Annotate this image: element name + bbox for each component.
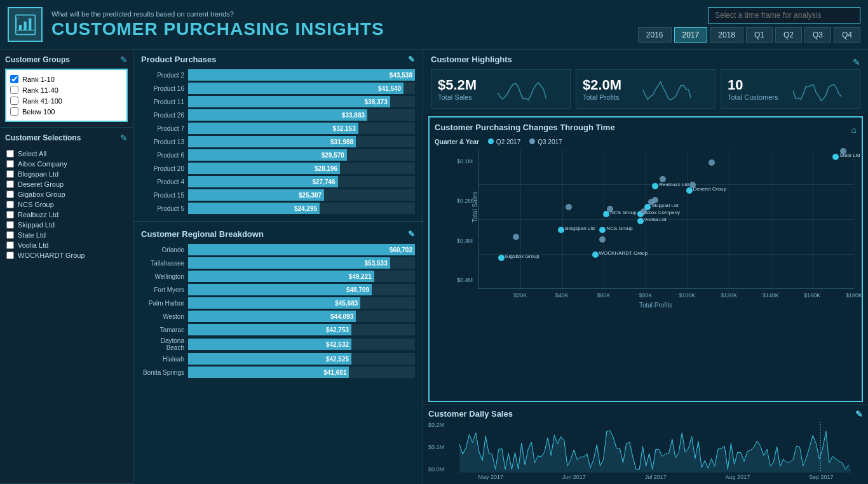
daily-icon[interactable]: ✎: [855, 409, 863, 419]
product-bar-fill: $33,883: [188, 109, 367, 121]
regional-bar-row: Wellington $49,221: [141, 271, 415, 282]
scatter-dot-q3: [641, 208, 647, 215]
product-bar-fill: $38,373: [188, 96, 390, 107]
regional-bar-label: Palm Harbor: [141, 300, 184, 307]
time-btn-q4[interactable]: Q4: [834, 27, 860, 43]
time-btn-q2[interactable]: Q2: [775, 27, 802, 43]
regional-bar-row: Orlando $60,702: [141, 244, 415, 255]
regional-bar-track: $60,702: [188, 244, 415, 255]
grid-line-v: [855, 149, 855, 288]
scatter-dot-q3: [652, 197, 658, 203]
group-item[interactable]: Rank 1-10: [10, 74, 123, 84]
customer-item[interactable]: Aibox Company: [5, 159, 128, 168]
regional-bar-track: $45,683: [188, 297, 415, 309]
x-tick: $60K: [597, 292, 610, 299]
customer-item[interactable]: Select All: [5, 149, 128, 158]
svg-rect-3: [24, 21, 26, 30]
daily-title: Customer Daily Sales ✎: [428, 409, 863, 419]
scatter-label-q2: Deseret Group: [693, 186, 726, 192]
product-bar-row: Product 2 $43,538: [141, 69, 415, 81]
product-bar-label: Product 11: [141, 98, 184, 105]
center-panel: Product Purchases ✎ Product 2 $43,538 Pr…: [133, 50, 423, 484]
daily-sales-sparkline: [428, 422, 863, 473]
daily-sales-section: Customer Daily Sales ✎ $0.2M$0.1M$0.0M M…: [423, 405, 868, 484]
scatter-label-q2: Realbuzz Ltd: [659, 182, 689, 187]
product-bar-track: $27,746: [188, 176, 415, 187]
product-bar-row: Product 5 $24,295: [141, 203, 415, 214]
group-item[interactable]: Below 100: [10, 106, 123, 117]
regional-bar-row: Fort Myers $48,709: [141, 284, 415, 295]
product-bar-label: Product 4: [141, 178, 184, 185]
customer-item[interactable]: NCS Group: [5, 200, 128, 209]
purchasing-icon[interactable]: ⌂: [851, 124, 857, 135]
product-bar-fill: $28,196: [188, 163, 340, 174]
selections-chart-icon[interactable]: ✎: [120, 133, 128, 143]
customer-selections-title: Customer Selections: [5, 133, 81, 142]
legend-item: Q2 2017: [488, 138, 520, 145]
x-tick: $140K: [763, 292, 779, 299]
regional-header: Customer Regional Breakdown ✎: [133, 224, 423, 241]
product-bar-fill: $32,153: [188, 123, 358, 134]
grid-line-v: [771, 149, 771, 288]
grid-line-v: [562, 149, 563, 288]
purchasing-title: Customer Purchasing Changes Through Time: [435, 123, 615, 132]
product-bar-track: $31,988: [188, 136, 415, 147]
groups-chart-icon[interactable]: ✎: [120, 55, 128, 65]
scatter-dot-q2: [686, 187, 693, 194]
legend-item: Q3 2017: [529, 138, 562, 145]
customer-item[interactable]: Realbuzz Ltd: [5, 210, 128, 219]
highlight-value: $5.2M: [438, 77, 477, 93]
product-bar-row: Product 13 $31,988: [141, 136, 415, 147]
x-tick: $100K: [679, 292, 695, 299]
product-bar-row: Product 16 $41,540: [141, 83, 415, 94]
group-item[interactable]: Rank 11-40: [10, 84, 123, 95]
grid-line-v: [604, 149, 604, 288]
highlight-label: Total Sales: [438, 93, 477, 101]
y-tick: $0.4M: [457, 277, 473, 283]
svg-rect-2: [18, 25, 21, 30]
grid-line-v: [813, 149, 813, 288]
customer-item[interactable]: Voolia Ltd: [5, 241, 128, 250]
product-bar-label: Product 13: [141, 138, 184, 145]
scatter-label-q2: Blogspan Ltd: [565, 225, 595, 231]
highlights-cards: $5.2M Total Sales $2.0M Total Profits 10…: [431, 69, 860, 109]
group-item[interactable]: Rank 41-100: [10, 95, 123, 106]
customer-groups-section: Customer Groups ✎ Rank 1-10 Rank 11-40 R…: [0, 50, 133, 128]
customer-groups-dropdown[interactable]: Rank 1-10 Rank 11-40 Rank 41-100 Below 1…: [5, 69, 128, 122]
customer-item[interactable]: Deseret Group: [5, 180, 128, 189]
customer-item[interactable]: Gigabox Group: [5, 190, 128, 199]
customer-item[interactable]: State Ltd: [5, 231, 128, 239]
scatter-dot-q3: [689, 182, 696, 188]
customer-item[interactable]: WOCKHARDT Group: [5, 251, 128, 260]
regional-bar-fill: $45,683: [188, 297, 360, 309]
chart-legend: Quarter & YearQ2 2017Q3 2017: [435, 138, 857, 145]
highlight-sparkline: [628, 76, 709, 102]
product-bar-fill: $24,295: [188, 203, 320, 214]
time-btn-2016[interactable]: 2016: [638, 27, 672, 43]
product-bar-row: Product 20 $28,196: [141, 163, 415, 174]
product-bar-row: Product 11 $38,373: [141, 96, 415, 107]
customer-groups-title: Customer Groups: [5, 55, 70, 64]
customer-item[interactable]: Blogspan Ltd: [5, 170, 128, 178]
time-btn-2018[interactable]: 2018: [710, 27, 743, 43]
scatter-dot-q2: [599, 227, 606, 233]
customer-item[interactable]: Skippad Ltd: [5, 220, 128, 229]
regional-bar-track: $42,525: [188, 353, 415, 365]
scatter-dot-q3: [840, 148, 846, 154]
customer-selections-section: Customer Selections ✎ Select All Aibox C…: [0, 128, 133, 484]
regional-chart-icon[interactable]: ✎: [408, 229, 415, 239]
highlights-icon[interactable]: ✎: [853, 57, 860, 67]
scatter-label-q2: Aibox Company: [644, 210, 680, 215]
time-frame-input[interactable]: [708, 7, 860, 24]
time-btn-2017[interactable]: 2017: [674, 27, 708, 43]
grid-line-v: [688, 149, 688, 288]
scatter-dot-q3: [607, 206, 613, 212]
scatter-label-q2: Skippad Ltd: [651, 203, 678, 208]
daily-x-tick: Aug 2017: [726, 474, 750, 480]
time-btn-q1[interactable]: Q1: [746, 27, 773, 43]
product-chart-icon[interactable]: ✎: [408, 55, 415, 64]
product-bar-label: Product 2: [141, 72, 184, 79]
scatter-dot-q2: [592, 252, 599, 258]
time-btn-q3[interactable]: Q3: [804, 27, 831, 43]
product-bar-row: Product 7 $32,153: [141, 123, 415, 134]
